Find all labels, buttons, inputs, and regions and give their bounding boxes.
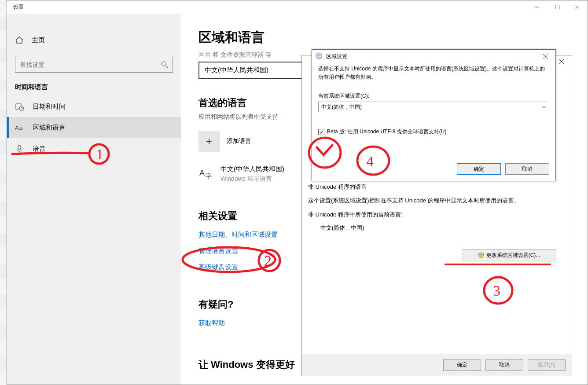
home-icon [15,36,24,44]
obscured-left-strip [0,0,7,385]
settings-titlebar: 设置 [7,0,588,14]
sidebar-item-label: 语音 [33,145,46,153]
sidebar-item-speech[interactable]: 语音 [7,138,181,159]
settings-title: 设置 [13,4,24,11]
region-ok-button[interactable]: 确定 [443,359,481,371]
globe-icon [316,52,323,61]
svg-text:A: A [199,169,205,177]
language-name: 中文(中华人民共和国) [220,165,284,173]
search-input[interactable] [20,61,161,68]
svg-text:A: A [15,125,19,131]
microphone-icon [15,144,24,153]
change-system-locale-label: 更改系统区域设置(C)... [486,252,540,259]
locale-dialog-close-button[interactable] [535,50,555,63]
svg-text:字: 字 [19,127,23,132]
svg-text:字: 字 [206,172,212,180]
sidebar-category: 时间和语言 [7,74,181,96]
language-a-icon: A字 [15,123,24,132]
sidebar-item-label: 区域和语言 [33,124,66,132]
region-cancel-button[interactable]: 取消 [485,359,523,371]
sidebar-home[interactable]: 主页 [7,31,181,49]
utf8-beta-checkbox[interactable]: Beta 版: 使用 Unicode UTF-8 提供全球语言支持(U) [318,128,549,136]
country-dropdown-value: 中文(中华人民共和国) [205,66,268,73]
checkmark-icon [319,130,323,134]
region-current-value: 中文(简体，中国) [320,224,566,232]
locale-cancel-button[interactable]: 取消 [505,163,549,175]
calendar-clock-icon [15,102,24,111]
region-section-title: 非 Unicode 程序的语言 [308,183,566,191]
shield-icon [478,252,484,258]
svg-rect-1 [555,5,559,9]
add-language-label: 添加语言 [227,137,251,145]
settings-sidebar: 主页 时间和语言 日期和时间 A字 区域和语言 语音 [7,14,181,385]
search-box[interactable] [15,57,173,73]
search-icon [161,61,168,68]
chevron-down-icon [542,105,546,109]
locale-dialog-desc: 选择在不支持 Unicode 的程序中显示文本时所使用的语言(系统区域设置)。这… [318,65,549,81]
language-sub: Windows 显示语言 [220,175,284,183]
page-title: 区域和语言 [198,29,570,47]
system-locale-dialog: 区域设置 选择在不支持 Unicode 的程序中显示文本时所使用的语言(系统区域… [312,49,556,181]
sidebar-item-region-lang[interactable]: A字 区域和语言 [7,117,181,138]
sidebar-home-label: 主页 [32,36,45,44]
utf8-beta-label: Beta 版: 使用 Unicode UTF-8 提供全球语言支持(U) [327,128,446,136]
region-current-label: 非 Unicode 程序中所使用的当前语言: [308,210,566,219]
minimize-button[interactable] [527,0,547,14]
svg-line-5 [165,66,168,68]
region-section-desc: 这个设置(系统区域设置)控制在不支持 Unicode 的程序中显示文本时所使用的… [308,196,566,205]
close-button[interactable] [567,0,588,14]
sidebar-item-date-time[interactable]: 日期和时间 [7,96,181,117]
language-a-icon: A字 [198,166,213,182]
locale-dialog-title: 区域设置 [326,53,347,60]
region-apply-button[interactable]: 应用(A) [528,359,566,371]
svg-rect-12 [18,145,21,150]
sidebar-item-label: 日期和时间 [33,103,66,111]
svg-point-4 [162,62,166,66]
locale-select-value: 中文(简体，中国) [321,103,362,111]
change-system-locale-button[interactable]: 更改系统区域设置(C)... [462,249,556,261]
locale-select-label: 当前系统区域设置(C): [318,92,549,100]
plus-icon: + [198,131,220,152]
locale-select-dropdown[interactable]: 中文(简体，中国) [318,102,549,112]
locale-ok-button[interactable]: 确定 [457,163,501,175]
maximize-button[interactable] [547,0,567,14]
checkbox-box [318,129,324,135]
